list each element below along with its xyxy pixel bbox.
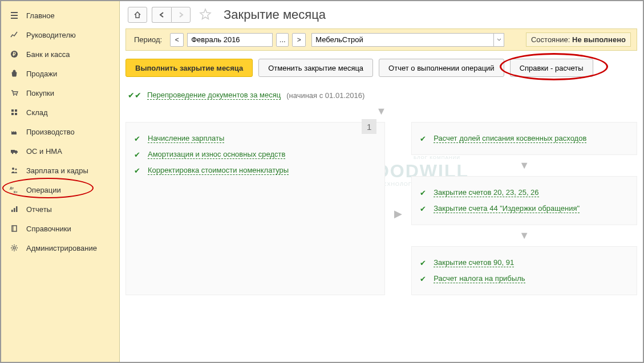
operation-link[interactable]: Начисление зарплаты <box>148 134 224 143</box>
book-icon <box>9 223 19 234</box>
operation-link[interactable]: Корректировка стоимости номенклатуры <box>148 166 289 175</box>
ruble-icon: ₽ <box>9 49 19 59</box>
organization-dropdown-button[interactable] <box>494 33 504 47</box>
report-button[interactable]: Отчет о выполнении операций <box>379 59 504 77</box>
step-badge: 1 <box>362 119 376 134</box>
main-area: БЛОГ КОМПАНИИ GOODWILL ТЕХНОЛОГИИ ДЛЯ БИ… <box>120 1 643 362</box>
sidebar-item-salary[interactable]: Зарплата и кадры <box>1 161 119 180</box>
sidebar-item-label: Главное <box>26 11 55 20</box>
svg-text:Кт: Кт <box>14 190 18 194</box>
down-arrow-icon: ▼ <box>411 160 637 172</box>
columns: 1 ✔ Начисление зарплаты ✔ Амортизация и … <box>125 122 637 295</box>
down-arrow-icon: ▼ <box>411 230 637 242</box>
svg-rect-8 <box>11 150 15 153</box>
svg-point-9 <box>12 153 14 154</box>
sidebar-item-operations[interactable]: ДтКт Операции <box>1 180 119 199</box>
sidebar-item-label: Отчеты <box>26 205 52 214</box>
sidebar-item-label: Производство <box>26 128 75 136</box>
repost-link[interactable]: Перепроведение документов за месяц <box>147 91 281 100</box>
bag-icon <box>9 68 19 79</box>
svg-point-2 <box>13 95 14 96</box>
svg-rect-7 <box>15 113 17 115</box>
star-icon[interactable] <box>199 7 213 22</box>
sidebar: Главное Руководителю ₽ Банк и касса Прод… <box>1 1 120 362</box>
sidebar-item-admin[interactable]: Администрирование <box>1 238 119 258</box>
operation-item: ✔ Расчет долей списания косвенных расход… <box>419 130 630 146</box>
period-picker-button[interactable]: ... <box>276 33 289 47</box>
actions-row: Выполнить закрытие месяца Отменить закры… <box>120 51 643 87</box>
sidebar-item-production[interactable]: Производство <box>1 122 119 141</box>
cart-icon <box>9 88 19 98</box>
period-month-input[interactable] <box>187 33 273 47</box>
period-bar: Период: < ... > Состояние: Не выполнено <box>125 28 637 51</box>
check-icon: ✔ <box>420 205 428 213</box>
gear-icon <box>9 243 19 253</box>
sidebar-item-reports[interactable]: Отчеты <box>1 199 119 219</box>
operation-item: ✔ Корректировка стоимости номенклатуры <box>133 162 378 178</box>
sidebar-item-manager[interactable]: Руководителю <box>1 25 119 44</box>
sidebar-item-label: Справочники <box>26 225 71 233</box>
home-button[interactable] <box>128 7 147 23</box>
operation-item: ✔ Расчет налога на прибыль <box>419 271 630 287</box>
left-block: 1 ✔ Начисление зарплаты ✔ Амортизация и … <box>125 122 385 295</box>
right-arrow-icon: ▶ <box>394 207 402 220</box>
operation-item: ✔ Закрытие счетов 90, 91 <box>419 255 630 271</box>
header-row: Закрытие месяца <box>120 1 643 28</box>
sidebar-item-assets[interactable]: ОС и НМА <box>1 141 119 161</box>
sidebar-item-label: Банк и касса <box>26 50 70 59</box>
content: ✔✔ Перепроведение документов за месяц (н… <box>120 87 643 362</box>
operation-item: ✔ Закрытие счетов 20, 23, 25, 26 <box>419 185 630 201</box>
references-button[interactable]: Справки - расчеты <box>510 59 593 77</box>
chart-icon <box>9 30 19 40</box>
period-prev-button[interactable]: < <box>170 33 184 47</box>
right-block: ✔ Расчет долей списания косвенных расход… <box>411 122 637 155</box>
boxes-icon <box>9 107 19 117</box>
svg-point-3 <box>16 95 17 96</box>
right-block: ✔ Закрытие счетов 20, 23, 25, 26 ✔ Закры… <box>411 176 637 225</box>
svg-rect-6 <box>11 113 14 115</box>
sidebar-item-sales[interactable]: Продажи <box>1 64 119 83</box>
state-box: Состояние: Не выполнено <box>526 32 631 47</box>
sidebar-item-label: Операции <box>26 186 61 194</box>
check-icon: ✔ <box>134 166 142 175</box>
sidebar-item-warehouse[interactable]: Склад <box>1 103 119 122</box>
operation-link[interactable]: Расчет налога на прибыль <box>434 274 525 283</box>
operation-link[interactable]: Расчет долей списания косвенных расходов <box>434 134 586 143</box>
right-column: ✔ Расчет долей списания косвенных расход… <box>411 122 637 295</box>
sidebar-item-label: ОС и НМА <box>26 147 62 156</box>
cancel-button[interactable]: Отменить закрытие месяца <box>258 59 373 77</box>
app-root: Главное Руководителю ₽ Банк и касса Прод… <box>0 0 644 363</box>
forward-button[interactable] <box>171 7 191 23</box>
period-next-button[interactable]: > <box>292 33 306 47</box>
operation-item: ✔ Амортизация и износ основных средств <box>133 146 378 162</box>
sidebar-item-purchases[interactable]: Покупки <box>1 83 119 103</box>
svg-point-10 <box>15 153 17 154</box>
operation-link[interactable]: Закрытие счетов 90, 91 <box>434 258 514 267</box>
svg-point-20 <box>13 247 15 249</box>
sidebar-item-main[interactable]: Главное <box>1 6 119 25</box>
operation-link[interactable]: Амортизация и износ основных средств <box>148 150 285 159</box>
double-check-icon: ✔✔ <box>128 91 141 100</box>
right-block: ✔ Закрытие счетов 90, 91 ✔ Расчет налога… <box>411 246 637 295</box>
bars-icon <box>9 204 19 214</box>
back-button[interactable] <box>152 7 171 23</box>
period-label: Период: <box>132 34 164 46</box>
operation-link[interactable]: Закрытие счета 44 "Издержки обращения" <box>434 204 580 213</box>
people-icon <box>9 165 19 176</box>
svg-rect-4 <box>11 109 14 112</box>
svg-rect-18 <box>12 226 17 231</box>
check-icon: ✔ <box>420 275 428 283</box>
repost-note: (начиная с 01.01.2016) <box>286 91 364 100</box>
execute-button[interactable]: Выполнить закрытие месяца <box>125 59 253 77</box>
factory-icon <box>9 127 19 137</box>
check-icon: ✔ <box>420 259 428 267</box>
sidebar-item-bank[interactable]: ₽ Банк и касса <box>1 44 119 64</box>
operation-link[interactable]: Закрытие счетов 20, 23, 25, 26 <box>434 188 538 197</box>
operation-item: ✔ Начисление зарплаты <box>133 130 378 146</box>
svg-rect-15 <box>11 210 13 212</box>
sidebar-item-directories[interactable]: Справочники <box>1 219 119 238</box>
organization-input[interactable] <box>311 33 494 47</box>
state-label: Состояние: <box>531 35 570 44</box>
check-icon: ✔ <box>134 134 142 143</box>
check-icon: ✔ <box>420 134 428 143</box>
